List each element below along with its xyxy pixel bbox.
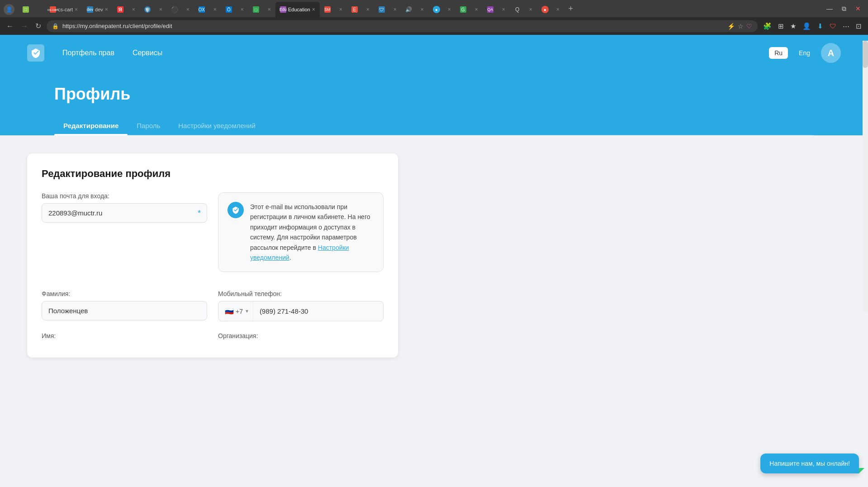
tab-edx-close[interactable]: × <box>366 6 370 13</box>
tab-outlook2-close[interactable]: × <box>241 6 244 13</box>
tab-dev[interactable]: dev dev × <box>82 2 113 17</box>
tab-sheets-close[interactable]: × <box>268 6 271 13</box>
forward-button[interactable]: → <box>19 20 30 32</box>
collection-icon[interactable]: ♡ <box>746 23 752 30</box>
email-input[interactable] <box>42 203 207 223</box>
tab-notifications[interactable]: Настройки уведомлений <box>169 117 265 135</box>
tab-shield1-close[interactable]: × <box>159 6 162 13</box>
new-tab-button[interactable]: + <box>564 2 578 17</box>
restore-button[interactable]: ⧉ <box>839 4 849 14</box>
tab-more1-icon: 🔊 <box>406 6 412 13</box>
tab-g-close[interactable]: × <box>475 6 478 13</box>
reload-button[interactable]: ↻ <box>33 20 43 32</box>
page-title: Профиль <box>54 85 814 104</box>
tab-avatar-close[interactable]: × <box>556 6 560 13</box>
tab-sheets-icon: □ <box>253 6 259 13</box>
favorites-icon[interactable]: ★ <box>788 20 798 32</box>
phone-number-input[interactable] <box>253 302 383 320</box>
info-text-content: Этот e-mail вы использовали при регистра… <box>250 203 370 251</box>
tab-password[interactable]: Пароль <box>128 117 169 135</box>
tab-q-close[interactable]: × <box>529 6 532 13</box>
org-label: Организация: <box>218 332 384 339</box>
firstname-label: Имя: <box>42 332 207 339</box>
tab-dot-close[interactable]: × <box>186 6 190 13</box>
lang-ru-button[interactable]: Ru <box>769 47 788 59</box>
tab-education[interactable]: Edu Education × <box>275 2 320 17</box>
tab-outlook1[interactable]: OX × <box>194 2 221 17</box>
lang-eng-button[interactable]: Eng <box>793 47 816 59</box>
form-card: Редактирование профиля Ваша почта для вх… <box>27 153 398 358</box>
extensions-icon[interactable]: 🧩 <box>761 20 773 32</box>
address-bar[interactable]: 🔒 https://my.onlinepatent.ru/client/prof… <box>47 20 758 32</box>
tab-shield2-close[interactable]: × <box>394 6 397 13</box>
nav-right: Ru Eng A <box>769 43 841 63</box>
sidebar-icon[interactable]: ⊞ <box>776 20 786 32</box>
shield-icon[interactable]: 🛡 <box>828 20 838 32</box>
browser-chrome: 👤 □ cs-cart cs-cart × dev dev × Я × 🛡️ ×… <box>0 0 868 35</box>
nav-portfolio[interactable]: Портфель прав <box>62 49 114 57</box>
tab-outlook1-close[interactable]: × <box>213 6 217 13</box>
more-icon[interactable]: ⋯ <box>841 20 851 32</box>
tab-shield1[interactable]: 🛡️ × <box>140 2 167 17</box>
tab-dot[interactable]: ⚫ × <box>167 2 194 17</box>
tab-actions: — ⧉ ✕ <box>819 2 868 17</box>
tab-more1-close[interactable]: × <box>421 6 424 13</box>
email-label: Ваша почта для входа: <box>42 192 207 200</box>
tab-more2-icon: ● <box>433 6 440 13</box>
tab-dev-icon: dev <box>87 6 93 13</box>
tab-cs-cart[interactable]: cs-cart cs-cart × <box>45 2 82 17</box>
back-button[interactable]: ← <box>5 20 15 32</box>
tab-dev-close[interactable]: × <box>105 6 108 13</box>
tab-edit[interactable]: Редактирование <box>54 117 128 135</box>
lastname-label: Фамилия: <box>42 290 207 297</box>
email-col: Ваша почта для входа: * <box>42 192 207 223</box>
tab-cs-cart-close[interactable]: × <box>75 6 78 13</box>
tab-q[interactable]: Q × <box>510 2 537 17</box>
info-shield-icon <box>228 202 244 218</box>
split-icon[interactable]: ⊡ <box>854 20 863 32</box>
tab-yandex-close[interactable]: × <box>132 6 135 13</box>
tab-yandex[interactable]: Я × <box>113 2 140 17</box>
tab-more1[interactable]: 🔊 × <box>401 2 428 17</box>
tab-smi[interactable]: SM × <box>320 2 347 17</box>
flag-emoji: 🇷🇺 <box>225 307 234 315</box>
tab-qa[interactable]: QA × <box>483 2 510 17</box>
main-content: Редактирование профиля Ваша почта для вх… <box>0 135 868 407</box>
tab-education-close[interactable]: × <box>312 6 315 13</box>
avatar[interactable]: A <box>821 43 841 63</box>
browser-profile[interactable]: 👤 <box>0 2 18 17</box>
tab-shield2[interactable]: 🛡 × <box>374 2 401 17</box>
nav-services[interactable]: Сервисы <box>133 49 162 57</box>
org-col: Организация: <box>218 332 384 343</box>
tab-edx[interactable]: E × <box>347 2 374 17</box>
tab-qa-icon: QA <box>487 6 493 13</box>
tab-extensions[interactable]: □ <box>18 2 45 17</box>
phone-flag-selector[interactable]: 🇷🇺 +7 ▼ <box>218 301 253 321</box>
tab-password-label: Пароль <box>137 122 160 129</box>
app-logo[interactable] <box>27 44 44 62</box>
tab-g[interactable]: G × <box>455 2 483 17</box>
tab-smi-close[interactable]: × <box>339 6 342 13</box>
tab-more2[interactable]: ● × <box>428 2 455 17</box>
scrollbar-thumb[interactable] <box>863 41 868 68</box>
tab-outlook2[interactable]: Ö × <box>221 2 248 17</box>
read-mode-icon[interactable]: ⚡ <box>727 23 735 30</box>
info-box: Этот e-mail вы использовали при регистра… <box>218 192 384 272</box>
lastname-input[interactable] <box>42 301 207 320</box>
tab-qa-close[interactable]: × <box>502 6 505 13</box>
tab-shield1-icon: 🛡️ <box>144 6 151 13</box>
url-text: https://my.onlinepatent.ru/client/profil… <box>62 23 724 29</box>
tab-q-icon: Q <box>514 6 521 13</box>
phone-code: +7 <box>236 308 243 315</box>
minimize-button[interactable]: — <box>824 4 835 13</box>
scrollbar[interactable] <box>863 41 868 312</box>
star-icon[interactable]: ☆ <box>738 23 744 30</box>
downloads-icon[interactable]: ⬇ <box>816 20 825 32</box>
form-title: Редактирование профиля <box>42 168 384 180</box>
app-header: Портфель прав Сервисы Ru Eng A Профиль Р… <box>0 35 868 135</box>
tab-avatar[interactable]: ● × <box>537 2 564 17</box>
tab-more2-close[interactable]: × <box>448 6 451 13</box>
close-window-button[interactable]: ✕ <box>853 4 863 13</box>
profile-icon[interactable]: 👤 <box>801 20 813 32</box>
tab-sheets[interactable]: □ × <box>248 2 275 17</box>
